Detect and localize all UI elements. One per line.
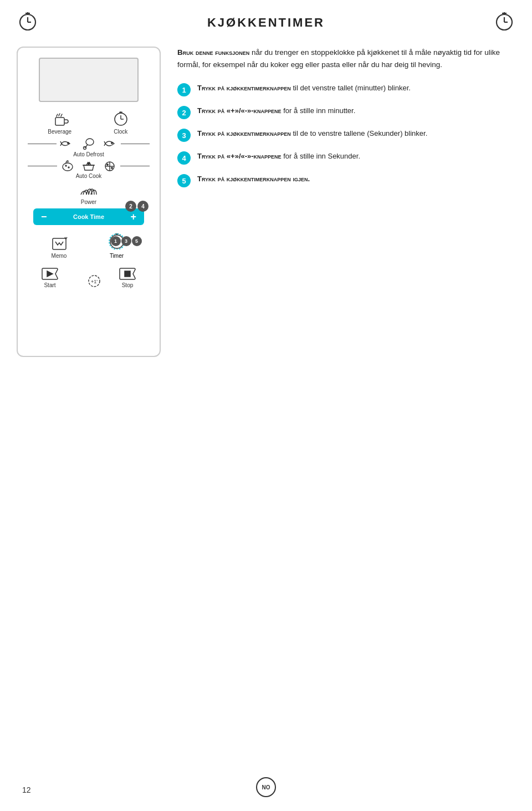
start-stop-row: Start +1' Stop xyxy=(22,264,155,290)
svg-point-23 xyxy=(68,167,69,168)
step-badges-24: 2 4 xyxy=(125,201,149,212)
svg-point-26 xyxy=(107,164,108,165)
step-3-badge: 3 xyxy=(121,236,131,246)
timer-label: Timer xyxy=(110,253,124,259)
step-4-num: 4 xyxy=(177,151,191,165)
start-button: Start xyxy=(41,267,59,288)
cook-time-plus: + xyxy=(130,212,136,222)
auto-cook-row: Auto Cook xyxy=(28,160,150,179)
page-title: KJØKKENTIMER xyxy=(0,0,532,41)
step-3-text: Trykk på kjøkkentimerknappen til de to v… xyxy=(197,128,427,140)
step-2: 2 Trykk på «+»/«-»-knappene for å stille… xyxy=(177,105,515,119)
step-4-badge: 4 xyxy=(137,201,149,212)
power-label: Power xyxy=(81,199,96,205)
cook-time-container: − Cook Time + 2 4 xyxy=(28,208,150,225)
svg-rect-10 xyxy=(55,118,64,125)
step-2-num: 2 xyxy=(177,106,191,119)
step-5-num: 5 xyxy=(177,174,191,187)
step-5-badge: 5 xyxy=(132,236,142,246)
stop-label: Stop xyxy=(122,282,134,288)
svg-point-21 xyxy=(63,163,73,171)
cook-time-minus: − xyxy=(41,212,47,222)
bottom-icons-row: Memo 1 3 xyxy=(22,228,155,261)
display-screen xyxy=(39,58,139,102)
cook-time-label: Cook Time xyxy=(73,213,104,220)
svg-marker-35 xyxy=(47,271,53,277)
auto-cook-label: Auto Cook xyxy=(28,173,150,179)
beverage-button: Beverage xyxy=(48,110,71,135)
step-1-num: 1 xyxy=(177,83,191,96)
step-5-text: Trykk på kjøkkentimerknappen igjen. xyxy=(197,174,310,185)
intro-bold: Bruk denne funksjonen xyxy=(177,48,249,57)
step-2-badge: 2 xyxy=(125,201,136,212)
svg-point-20 xyxy=(111,142,112,144)
timer-step-badges: 1 3 5 xyxy=(111,236,142,246)
svg-rect-38 xyxy=(125,271,130,277)
beverage-label: Beverage xyxy=(48,129,71,135)
step-4: 4 Trykk på «+»/«-»-knappene for å stille… xyxy=(177,151,515,165)
memo-label: Memo xyxy=(52,253,67,259)
step-4-text: Trykk på «+»/«-»-knappene for å stille i… xyxy=(197,151,360,162)
svg-point-24 xyxy=(88,163,90,165)
top-clock-left-icon xyxy=(17,10,39,34)
svg-point-22 xyxy=(65,165,66,166)
step-2-text: Trykk på «+»/«-»-knappene for å stille i… xyxy=(197,105,355,117)
intro-paragraph: Bruk denne funksjonen når du trenger en … xyxy=(177,47,515,70)
memo-button: Memo xyxy=(50,236,68,259)
top-clock-right-icon xyxy=(493,10,515,34)
auto-defrost-label: Auto Defrost xyxy=(28,151,150,157)
clock-label: Clock xyxy=(114,129,127,135)
step-1-text: Trykk på kjøkkentimerknappen til det ven… xyxy=(197,83,411,94)
page-number: 12 xyxy=(22,786,31,794)
step-1-badge: 1 xyxy=(111,236,121,246)
svg-point-27 xyxy=(111,167,112,169)
step-5: 5 Trykk på kjøkkentimerknappen igjen. xyxy=(177,174,515,187)
svg-rect-28 xyxy=(53,238,66,249)
plus-one-min: +1' xyxy=(85,274,103,288)
top-icon-row: Beverage Clock xyxy=(22,110,155,135)
start-label: Start xyxy=(44,282,55,288)
svg-point-16 xyxy=(68,142,69,144)
svg-point-17 xyxy=(86,139,94,145)
no-label: NO xyxy=(262,784,270,790)
no-badge: NO xyxy=(256,777,276,797)
clock-button: Clock xyxy=(112,110,130,135)
timer-button: 1 3 5 Timer xyxy=(106,231,127,259)
microwave-diagram: Beverage Clock xyxy=(17,47,161,357)
step-3-num: 3 xyxy=(177,129,191,142)
step-1: 1 Trykk på kjøkkentimerknappen til det v… xyxy=(177,83,515,96)
right-content: Bruk denne funksjonen når du trenger en … xyxy=(177,41,515,357)
svg-text:+1': +1' xyxy=(91,279,98,284)
step-3: 3 Trykk på kjøkkentimerknappen til de to… xyxy=(177,128,515,142)
auto-defrost-row: Auto Defrost xyxy=(28,137,150,157)
stop-button: Stop xyxy=(119,267,136,288)
